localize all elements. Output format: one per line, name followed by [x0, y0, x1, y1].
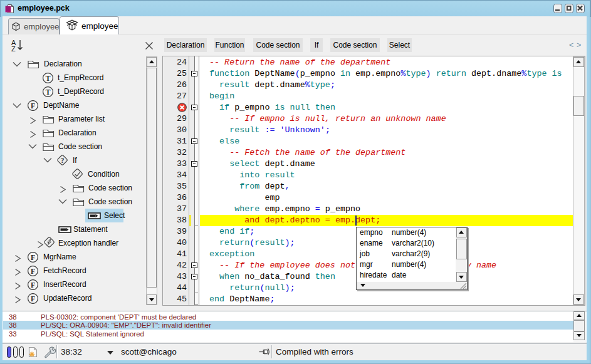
svg-text:?: ?	[61, 157, 65, 164]
svg-text:T: T	[46, 88, 51, 96]
svg-text:F: F	[31, 254, 35, 261]
svg-text:F: F	[31, 295, 35, 303]
svg-text:Z: Z	[11, 45, 16, 52]
svg-text:F: F	[31, 281, 35, 289]
svg-text:T: T	[46, 75, 51, 82]
svg-text:F: F	[31, 102, 35, 110]
svg-text:F: F	[31, 268, 35, 275]
